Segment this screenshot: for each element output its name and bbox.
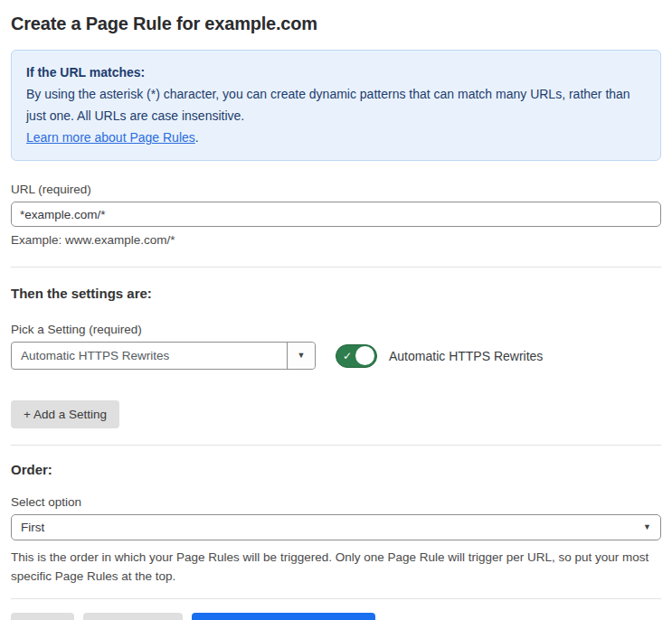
settings-section-heading: Then the settings are: [11,286,661,301]
divider [11,598,661,599]
setting-row: Automatic HTTPS Rewrites ▼ ✓ Automatic H… [11,342,661,370]
divider [11,267,661,268]
info-box-link-line: Learn more about Page Rules. [26,127,646,148]
learn-more-link[interactable]: Learn more about Page Rules [26,130,195,145]
url-match-info-box: If the URL matches: By using the asteris… [11,50,661,161]
info-box-heading: If the URL matches: [26,61,646,83]
footer-actions: Cancel Save as Draft Save and Deploy Pag… [11,613,661,620]
toggle-knob [355,346,374,365]
url-helper-text: Example: www.example.com/* [11,233,661,247]
setting-dropdown[interactable]: Automatic HTTPS Rewrites ▼ [11,342,316,370]
setting-dropdown-arrow-button[interactable]: ▼ [287,343,315,369]
url-label: URL (required) [11,183,661,196]
url-input[interactable] [11,202,661,227]
link-suffix: . [195,130,199,145]
save-as-draft-button[interactable]: Save as Draft [83,613,183,620]
order-select-label: Select option [11,495,661,509]
pick-setting-label: Pick a Setting (required) [11,323,661,336]
divider [11,445,661,446]
setting-toggle[interactable]: ✓ [336,344,377,368]
order-select[interactable]: First ▼ [11,514,661,540]
cancel-button[interactable]: Cancel [11,613,74,620]
chevron-down-icon: ▼ [643,523,651,531]
chevron-down-icon: ▼ [298,352,306,360]
save-and-deploy-button[interactable]: Save and Deploy Page Rule [192,613,376,620]
setting-toggle-label: Automatic HTTPS Rewrites [389,349,543,363]
order-helper-text: This is the order in which your Page Rul… [11,548,653,586]
order-section-heading: Order: [11,462,661,477]
info-box-body: By using the asterisk (*) character, you… [26,83,646,127]
check-icon: ✓ [343,351,352,362]
page-rule-form: Create a Page Rule for example.com If th… [0,0,672,620]
add-setting-button[interactable]: + Add a Setting [11,400,119,428]
page-title: Create a Page Rule for example.com [11,0,661,34]
setting-dropdown-value: Automatic HTTPS Rewrites [12,343,287,369]
order-select-value: First [21,521,643,534]
